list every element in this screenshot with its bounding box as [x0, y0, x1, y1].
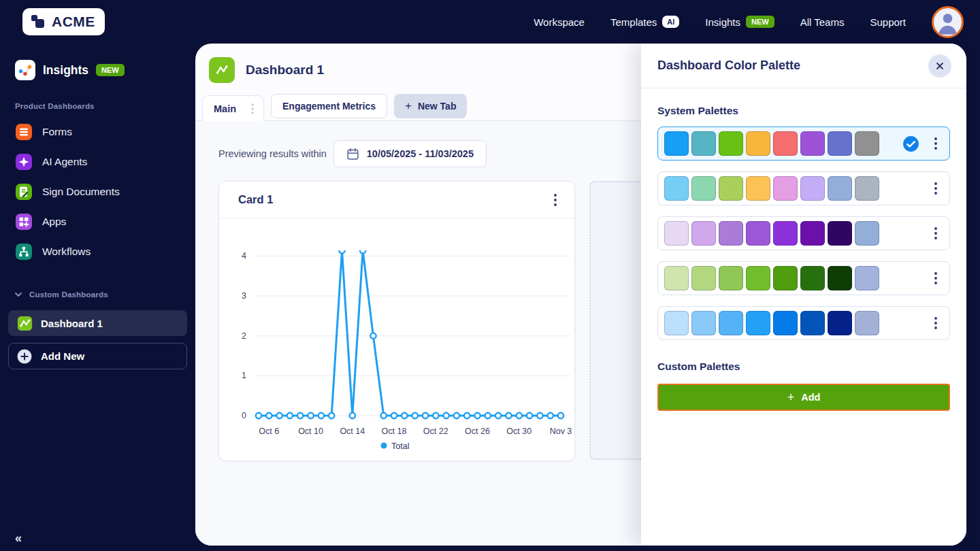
palette-menu-icon[interactable] — [932, 269, 940, 287]
color-swatch[interactable] — [800, 311, 825, 335]
section-custom-dashboards[interactable]: Custom Dashboards — [0, 290, 195, 299]
color-swatch[interactable] — [719, 221, 743, 246]
sidebar-item-forms[interactable]: Forms — [0, 117, 195, 147]
date-range-picker[interactable]: 10/05/2025 - 11/03/2025 — [333, 140, 487, 167]
card-chart: 01234Oct 6Oct 10Oct 14Oct 18Oct 22Oct 26… — [219, 218, 574, 461]
calendar-icon — [346, 148, 359, 161]
sidebar-item-dashboard-1[interactable]: Dashboard 1 — [8, 310, 187, 336]
color-swatch[interactable] — [691, 311, 716, 335]
sidebar-item-sign-documents[interactable]: Sign Documents — [0, 177, 195, 207]
plus-icon: + — [405, 99, 412, 113]
close-panel-button[interactable] — [928, 54, 951, 78]
color-swatch[interactable] — [773, 221, 798, 246]
color-swatch[interactable] — [719, 311, 743, 335]
color-swatch[interactable] — [664, 221, 689, 246]
color-swatch[interactable] — [828, 266, 852, 290]
nav-templates[interactable]: TemplatesAI — [610, 16, 679, 28]
color-swatch[interactable] — [855, 131, 879, 156]
color-swatch[interactable] — [828, 176, 852, 201]
color-swatch[interactable] — [773, 266, 798, 290]
palette-menu-icon[interactable] — [932, 314, 940, 332]
acme-logo[interactable]: ACME — [22, 8, 105, 35]
ai-agents-icon — [15, 153, 33, 171]
color-swatch[interactable] — [828, 131, 852, 156]
logo-text: ACME — [52, 14, 95, 30]
color-swatch[interactable] — [800, 221, 825, 246]
color-swatch[interactable] — [828, 311, 852, 335]
palette-menu-icon[interactable] — [932, 135, 940, 152]
custom-palettes-heading: Custom Palettes — [657, 361, 950, 373]
color-swatch[interactable] — [746, 131, 770, 156]
color-swatch[interactable] — [800, 131, 825, 156]
section-product-dashboards: Product Dashboards — [15, 102, 195, 110]
palette-swatches — [664, 176, 879, 201]
add-new-dashboard-button[interactable]: Add New — [8, 343, 187, 369]
svg-text:4: 4 — [242, 251, 246, 261]
color-swatch[interactable] — [691, 176, 716, 201]
color-swatch[interactable] — [855, 311, 879, 335]
palette-row[interactable] — [657, 306, 950, 340]
svg-text:Oct 30: Oct 30 — [506, 427, 532, 436]
color-swatch[interactable] — [664, 176, 689, 201]
nav-insights[interactable]: InsightsNEW — [705, 16, 774, 28]
person-icon — [934, 7, 962, 36]
sidebar-app-row: Insights NEW — [0, 44, 195, 80]
add-palette-button[interactable]: + Add — [657, 384, 950, 411]
color-swatch[interactable] — [664, 311, 689, 335]
color-swatch[interactable] — [691, 221, 716, 246]
color-swatch[interactable] — [828, 221, 852, 246]
color-swatch[interactable] — [691, 266, 716, 290]
palette-swatches — [664, 266, 879, 290]
palette-row[interactable] — [657, 261, 950, 295]
tab-engagement-metrics[interactable]: Engagement Metrics — [271, 94, 387, 118]
apps-icon — [15, 213, 33, 231]
color-swatch[interactable] — [855, 176, 879, 201]
color-swatch[interactable] — [773, 176, 798, 201]
color-swatch[interactable] — [800, 176, 825, 201]
card-1: Card 1 01234Oct 6Oct 10Oct 14Oct 18Oct 2… — [218, 181, 575, 461]
svg-text:1: 1 — [242, 371, 246, 380]
card-chart-svg: 01234Oct 6Oct 10Oct 14Oct 18Oct 22Oct 26… — [219, 224, 576, 452]
palette-menu-icon[interactable] — [932, 180, 940, 197]
palette-swatches — [664, 221, 879, 246]
color-swatch[interactable] — [664, 131, 689, 156]
color-swatch[interactable] — [773, 131, 798, 156]
palette-row[interactable] — [657, 127, 950, 161]
user-avatar[interactable] — [932, 6, 964, 38]
sidebar-collapse-button[interactable]: « — [15, 531, 22, 546]
color-swatch[interactable] — [746, 176, 770, 201]
dashboard-icon — [17, 316, 33, 331]
color-swatch[interactable] — [691, 131, 716, 156]
svg-text:3: 3 — [242, 291, 246, 301]
color-swatch[interactable] — [746, 221, 770, 246]
new-tab-button[interactable]: + New Tab — [394, 94, 467, 118]
color-swatch[interactable] — [746, 311, 770, 335]
color-swatch[interactable] — [719, 131, 743, 156]
palette-row[interactable] — [657, 171, 950, 205]
sidebar-item-workflows[interactable]: Workflows — [0, 237, 195, 267]
nav-support[interactable]: Support — [870, 16, 906, 28]
forms-icon — [15, 123, 33, 141]
nav-workspace[interactable]: Workspace — [534, 16, 585, 28]
color-swatch[interactable] — [719, 266, 743, 290]
page-title: Dashboard 1 — [246, 63, 324, 78]
tab-main[interactable]: Main — [202, 95, 264, 121]
palette-menu-icon[interactable] — [932, 224, 940, 242]
palette-row[interactable] — [657, 216, 950, 250]
panel-body: System Palettes Custom Palettes + Add — [641, 88, 966, 411]
color-swatch[interactable] — [719, 176, 743, 201]
tab-drag-handle-icon[interactable] — [251, 103, 254, 114]
card-menu-icon[interactable] — [551, 191, 559, 209]
color-swatch[interactable] — [746, 266, 770, 290]
color-swatch[interactable] — [664, 266, 689, 290]
color-swatch[interactable] — [855, 266, 879, 290]
color-swatch[interactable] — [800, 266, 825, 290]
color-swatch[interactable] — [855, 221, 879, 246]
svg-text:Oct 26: Oct 26 — [465, 427, 490, 436]
chevron-down-icon — [14, 290, 23, 299]
color-swatch[interactable] — [773, 311, 798, 335]
sidebar-app-title: Insights — [43, 63, 88, 78]
sidebar-item-apps[interactable]: Apps — [0, 207, 195, 237]
sidebar-item-ai-agents[interactable]: AI Agents — [0, 147, 195, 177]
nav-all-teams[interactable]: All Teams — [800, 16, 845, 28]
